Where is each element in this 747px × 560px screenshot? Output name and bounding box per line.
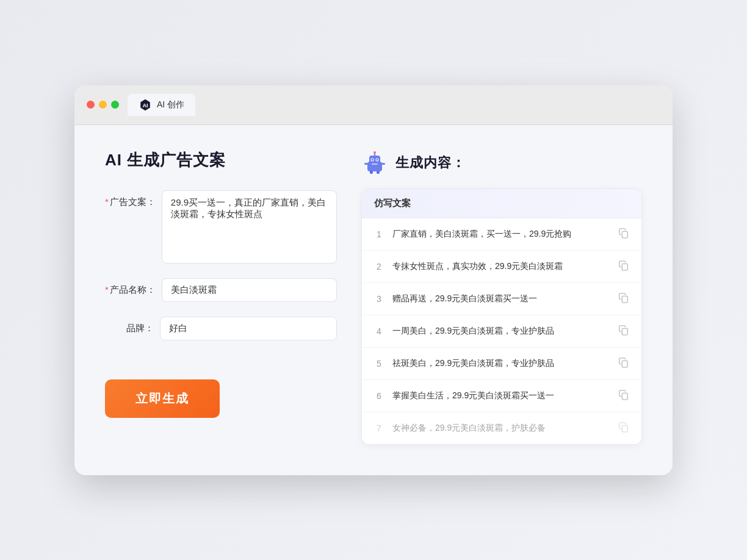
traffic-light-maximize[interactable] (111, 101, 119, 109)
result-text: 掌握美白生活，29.9元美白淡斑霜买一送一 (392, 389, 610, 402)
result-text: 厂家直销，美白淡斑霜，买一送一，29.9元抢购 (392, 228, 610, 240)
product-name-input[interactable] (162, 278, 337, 302)
svg-rect-18 (622, 361, 627, 367)
copy-button[interactable] (618, 357, 629, 370)
result-text: 祛斑美白，29.9元美白淡斑霜，专业护肤品 (392, 357, 610, 370)
right-title: 生成内容： (395, 154, 466, 172)
result-item: 5祛斑美白，29.9元美白淡斑霜，专业护肤品 (362, 348, 641, 380)
svg-rect-10 (364, 163, 368, 165)
svg-rect-16 (622, 296, 627, 303)
svg-point-6 (377, 159, 378, 160)
results-header: 仿写文案 (362, 189, 641, 218)
right-panel: 生成内容： 仿写文案 1厂家直销，美白淡斑霜，买一送一，29.9元抢购 2专抹女… (361, 149, 642, 445)
browser-window: AI AI 创作 AI 生成广告文案 *广告文案： *产品名称： (74, 85, 673, 475)
results-card: 仿写文案 1厂家直销，美白淡斑霜，买一送一，29.9元抢购 2专抹女性斑点，真实… (361, 188, 642, 445)
tab-ai-creation[interactable]: AI AI 创作 (128, 94, 195, 116)
result-item: 2专抹女性斑点，真实功效，29.9元美白淡斑霜 (362, 251, 641, 283)
copy-button[interactable] (618, 292, 629, 306)
result-item: 4一周美白，29.9元美白淡斑霜，专业护肤品 (362, 315, 641, 348)
svg-rect-19 (622, 393, 627, 400)
result-number: 7 (374, 423, 384, 433)
svg-rect-15 (622, 264, 627, 270)
copy-button[interactable] (618, 325, 629, 338)
tab-label: AI 创作 (157, 99, 184, 110)
result-number: 5 (374, 359, 384, 368)
svg-rect-20 (622, 425, 627, 432)
result-number: 6 (374, 391, 384, 401)
result-number: 3 (374, 294, 384, 304)
result-item: 1厂家直销，美白淡斑霜，买一送一，29.9元抢购 (362, 218, 641, 251)
ad-copy-label: *广告文案： (105, 190, 156, 208)
result-number: 1 (374, 229, 384, 239)
result-item: 6掌握美白生活，29.9元美白淡斑霜买一送一 (362, 380, 641, 412)
brand-group: 品牌： (105, 317, 337, 340)
traffic-light-close[interactable] (87, 101, 95, 109)
result-number: 4 (374, 326, 384, 336)
robot-icon (361, 149, 388, 176)
svg-rect-12 (370, 171, 373, 174)
browser-content: AI 生成广告文案 *广告文案： *产品名称： 品牌： 立 (74, 125, 673, 475)
required-star-2: * (105, 284, 109, 295)
svg-rect-13 (377, 171, 380, 174)
svg-text:AI: AI (142, 102, 148, 108)
result-number: 2 (374, 262, 384, 271)
copy-button[interactable] (618, 422, 629, 435)
copy-button[interactable] (618, 260, 629, 273)
svg-point-8 (374, 151, 376, 154)
page-title: AI 生成广告文案 (105, 149, 337, 171)
brand-label: 品牌： (105, 317, 154, 334)
ai-tab-icon: AI (139, 98, 152, 112)
titlebar: AI AI 创作 (74, 85, 673, 125)
traffic-light-minimize[interactable] (99, 101, 107, 109)
svg-point-5 (372, 159, 373, 160)
svg-rect-9 (372, 163, 378, 165)
result-item: 3赠品再送，29.9元美白淡斑霜买一送一 (362, 283, 641, 315)
result-item: 7女神必备，29.9元美白淡斑霜，护肤必备 (362, 412, 641, 444)
right-header: 生成内容： (361, 149, 642, 176)
copy-button[interactable] (618, 389, 629, 403)
generate-button[interactable]: 立即生成 (105, 379, 220, 418)
brand-input[interactable] (160, 317, 337, 340)
ad-copy-group: *广告文案： (105, 190, 337, 264)
results-list: 1厂家直销，美白淡斑霜，买一送一，29.9元抢购 2专抹女性斑点，真实功效，29… (362, 218, 641, 444)
result-text: 专抹女性斑点，真实功效，29.9元美白淡斑霜 (392, 260, 610, 273)
result-text: 赠品再送，29.9元美白淡斑霜买一送一 (392, 292, 610, 305)
product-name-group: *产品名称： (105, 278, 337, 302)
result-text: 一周美白，29.9元美白淡斑霜，专业护肤品 (392, 325, 610, 337)
copy-button[interactable] (618, 228, 629, 241)
svg-rect-17 (622, 328, 627, 335)
left-panel: AI 生成广告文案 *广告文案： *产品名称： 品牌： 立 (105, 149, 337, 445)
svg-rect-14 (622, 231, 627, 238)
product-name-label: *产品名称： (105, 278, 156, 296)
svg-rect-11 (381, 163, 385, 165)
required-star: * (105, 196, 109, 207)
traffic-lights (87, 101, 119, 109)
ad-copy-textarea[interactable] (162, 190, 337, 264)
result-text: 女神必备，29.9元美白淡斑霜，护肤必备 (392, 422, 610, 434)
